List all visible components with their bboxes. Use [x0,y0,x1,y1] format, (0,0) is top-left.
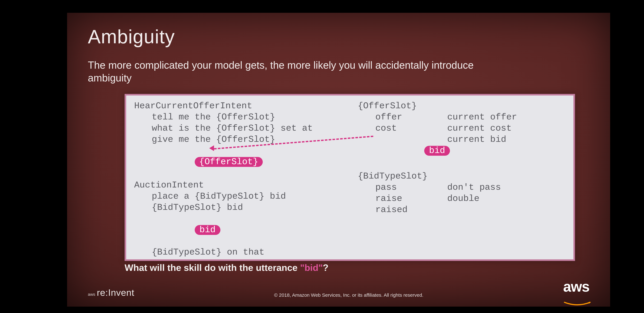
aws-swoosh-icon [564,293,591,298]
aws-logo: aws [563,278,590,298]
slide-stage: Ambiguity The more complicated your mode… [67,13,610,306]
bidtypeslot-header: {BidTypeSlot} [358,170,428,182]
question-post: ? [323,262,328,273]
copyright-text: © 2018, Amazon Web Services, Inc. or its… [134,292,563,298]
offerslot-val-1a: offer [375,112,402,123]
bidtypeslot-val-1b: don't pass [447,182,501,193]
question-text: What will the skill do with the utteranc… [124,262,590,273]
bidtypeslot-val-2a: raise [375,193,402,204]
intent-1-utterance-4: {OfferSlot} [134,145,566,178]
reinvent-text: re:Invent [97,287,134,298]
bidtypeslot-val-3a: raised [375,204,408,215]
offerslot-header: {OfferSlot} [358,100,417,112]
bid-highlight-right: bid [424,146,450,156]
bid-highlight-left: bid [195,225,220,235]
intent-2-utterance-4: {BidTypeSlot} on that [134,246,566,258]
reinvent-logo: aws re:Invent [88,287,134,298]
slide-subtitle: The more complicated your model gets, th… [88,59,503,84]
offerslot-val-1b: current offer [447,112,517,123]
aws-logo-text: aws [563,279,590,295]
offerslot-val-2b: current cost [447,123,512,134]
question-highlight: "bid" [300,262,323,273]
intent-2-utterance-2: {BidTypeSlot} bid [134,202,566,213]
slide-title: Ambiguity [88,26,590,48]
slide-content: Ambiguity The more complicated your mode… [67,13,610,306]
ambiguity-arrowhead-icon [209,145,214,151]
bidtypeslot-val-2b: double [447,193,480,204]
offerslot-highlight: {OfferSlot} [195,157,263,167]
code-example-box: HearCurrentOfferIntent tell me the {Offe… [124,94,575,261]
offerslot-val-3b: current bid [447,134,506,145]
question-pre: What will the skill do with the utteranc… [124,262,300,273]
intent-2-utterance-3: bid [134,213,566,246]
intent-1-name: HearCurrentOfferIntent [134,100,566,112]
reinvent-aws-prefix: aws [88,292,95,297]
bidtypeslot-val-1a: pass [375,182,397,193]
slide-footer: aws re:Invent © 2018, Amazon Web Service… [88,278,590,298]
offerslot-val-3a-wrap: bid [370,134,450,167]
offerslot-val-2a: cost [375,123,397,134]
